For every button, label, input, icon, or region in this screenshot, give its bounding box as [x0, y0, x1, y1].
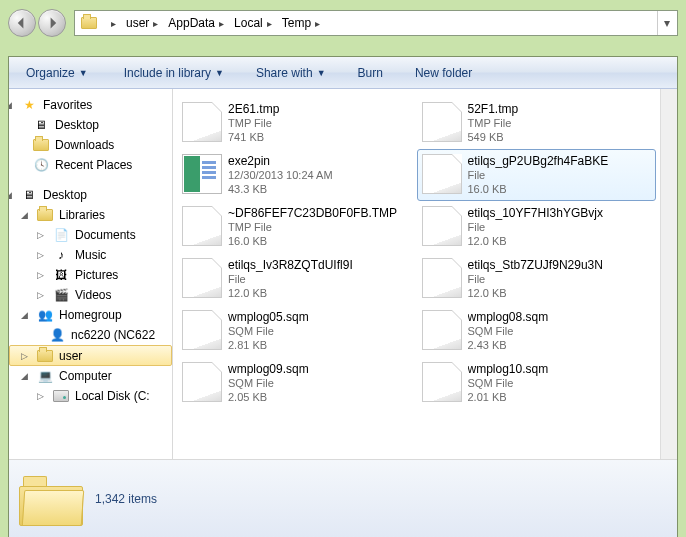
tree-pictures[interactable]: ▷🖼Pictures — [9, 265, 172, 285]
file-list[interactable]: 2E61.tmpTMP File741 KB52F1.tmpTMP File54… — [173, 89, 660, 459]
file-icon — [422, 154, 462, 194]
file-icon — [182, 258, 222, 298]
collapse-icon[interactable]: ◢ — [9, 190, 13, 200]
file-name: etilqs_gP2UBg2fh4FaBKE — [468, 154, 609, 168]
expand-icon[interactable]: ▷ — [35, 391, 45, 401]
recent-icon: 🕓 — [33, 157, 49, 173]
command-bar: Organize▼ Include in library▼ Share with… — [9, 57, 677, 89]
file-size: 16.0 KB — [468, 182, 609, 196]
videos-icon: 🎬 — [53, 287, 69, 303]
file-item[interactable]: 52F1.tmpTMP File549 KB — [417, 97, 657, 149]
file-size: 12.0 KB — [468, 286, 603, 300]
file-icon — [182, 362, 222, 402]
breadcrumb-appdata[interactable]: AppData▸ — [162, 11, 228, 35]
tree-computer[interactable]: ◢💻Computer — [9, 366, 172, 386]
file-name: wmplog05.sqm — [228, 310, 309, 324]
file-type: SQM File — [468, 376, 549, 390]
file-type: File — [468, 272, 603, 286]
breadcrumb-user[interactable]: user▸ — [120, 11, 162, 35]
file-name: wmplog10.sqm — [468, 362, 549, 376]
new-folder-button[interactable]: New folder — [406, 61, 481, 85]
tree-local-disk[interactable]: ▷Local Disk (C: — [9, 386, 172, 406]
burn-button[interactable]: Burn — [349, 61, 392, 85]
explorer-body: ◢ ★ Favorites 🖥Desktop Downloads 🕓Recent… — [9, 89, 677, 459]
folder-icon — [19, 472, 83, 526]
file-size: 43.3 KB — [228, 182, 333, 196]
file-type: TMP File — [228, 116, 279, 130]
nav-buttons — [8, 9, 66, 37]
file-name: 2E61.tmp — [228, 102, 279, 116]
drive-icon — [53, 388, 69, 404]
expand-icon[interactable]: ▷ — [35, 230, 45, 240]
file-item[interactable]: exe2pin12/30/2013 10:24 AM43.3 KB — [177, 149, 417, 201]
collapse-icon[interactable]: ◢ — [19, 371, 29, 381]
item-count: 1,342 items — [95, 492, 157, 506]
file-item[interactable]: wmplog05.sqmSQM File2.81 KB — [177, 305, 417, 357]
file-item[interactable]: wmplog09.sqmSQM File2.05 KB — [177, 357, 417, 409]
file-name: etilqs_Stb7ZUJf9N29u3N — [468, 258, 603, 272]
file-size: 16.0 KB — [228, 234, 397, 248]
tree-documents[interactable]: ▷📄Documents — [9, 225, 172, 245]
file-size: 2.05 KB — [228, 390, 309, 404]
forward-button[interactable] — [38, 9, 66, 37]
file-item[interactable]: wmplog10.sqmSQM File2.01 KB — [417, 357, 657, 409]
file-size: 549 KB — [468, 130, 519, 144]
expand-icon[interactable]: ▷ — [19, 351, 29, 361]
expand-icon[interactable]: ▷ — [35, 270, 45, 280]
file-type: SQM File — [468, 324, 549, 338]
tree-favorites[interactable]: ◢ ★ Favorites — [9, 95, 172, 115]
breadcrumb-local[interactable]: Local▸ — [228, 11, 276, 35]
expand-icon[interactable]: ▷ — [35, 250, 45, 260]
tree-desktop[interactable]: ◢ 🖥 Desktop — [9, 185, 172, 205]
file-icon — [182, 102, 222, 142]
file-item[interactable]: etilqs_10YF7HI3hYGBvjxFile12.0 KB — [417, 201, 657, 253]
file-item[interactable]: wmplog08.sqmSQM File2.43 KB — [417, 305, 657, 357]
homegroup-icon: 👥 — [37, 307, 53, 323]
navigation-bar: ▸ user▸ AppData▸ Local▸ Temp▸ ▾ — [0, 0, 686, 46]
tree-label: Desktop — [43, 188, 87, 202]
tree-user[interactable]: ▷user — [9, 345, 172, 366]
tree-fav-desktop[interactable]: 🖥Desktop — [9, 115, 172, 135]
collapse-icon[interactable]: ◢ — [9, 100, 13, 110]
file-type: File — [468, 220, 603, 234]
share-with-button[interactable]: Share with▼ — [247, 61, 335, 85]
tree-music[interactable]: ▷♪Music — [9, 245, 172, 265]
breadcrumb-temp[interactable]: Temp▸ — [276, 11, 324, 35]
file-icon — [182, 310, 222, 350]
collapse-icon[interactable]: ◢ — [19, 310, 29, 320]
tree-homegroup[interactable]: ◢👥Homegroup — [9, 305, 172, 325]
desktop-icon: 🖥 — [33, 117, 49, 133]
tree-fav-recent[interactable]: 🕓Recent Places — [9, 155, 172, 175]
file-item[interactable]: etilqs_Iv3R8ZQTdUIfl9IFile12.0 KB — [177, 253, 417, 305]
address-bar[interactable]: ▸ user▸ AppData▸ Local▸ Temp▸ ▾ — [74, 10, 678, 36]
file-item[interactable]: etilqs_Stb7ZUJf9N29u3NFile12.0 KB — [417, 253, 657, 305]
breadcrumb-sep[interactable]: ▸ — [101, 11, 120, 35]
file-icon — [182, 206, 222, 246]
file-size: 12.0 KB — [468, 234, 603, 248]
collapse-icon[interactable]: ◢ — [19, 210, 29, 220]
expand-icon[interactable]: ▷ — [35, 290, 45, 300]
back-button[interactable] — [8, 9, 36, 37]
address-dropdown[interactable]: ▾ — [657, 11, 675, 35]
user-icon: 👤 — [49, 327, 65, 343]
file-name: 52F1.tmp — [468, 102, 519, 116]
file-type: TMP File — [468, 116, 519, 130]
tree-fav-downloads[interactable]: Downloads — [9, 135, 172, 155]
tree-homegroup-user[interactable]: 👤nc6220 (NC622 — [9, 325, 172, 345]
details-pane: 1,342 items — [9, 459, 677, 537]
tree-videos[interactable]: ▷🎬Videos — [9, 285, 172, 305]
navigation-tree: ◢ ★ Favorites 🖥Desktop Downloads 🕓Recent… — [9, 89, 173, 459]
file-item[interactable]: etilqs_gP2UBg2fh4FaBKEFile16.0 KB — [417, 149, 657, 201]
file-size: 12.0 KB — [228, 286, 353, 300]
file-item[interactable]: ~DF86FEF7C23DB0F0FB.TMPTMP File16.0 KB — [177, 201, 417, 253]
file-icon — [422, 310, 462, 350]
include-library-button[interactable]: Include in library▼ — [115, 61, 233, 85]
organize-button[interactable]: Organize▼ — [17, 61, 97, 85]
tree-libraries[interactable]: ◢Libraries — [9, 205, 172, 225]
file-name: etilqs_10YF7HI3hYGBvjx — [468, 206, 603, 220]
file-item[interactable]: 2E61.tmpTMP File741 KB — [177, 97, 417, 149]
file-type: SQM File — [228, 376, 309, 390]
file-type: TMP File — [228, 220, 397, 234]
file-date: 12/30/2013 10:24 AM — [228, 168, 333, 182]
scrollbar[interactable] — [660, 89, 677, 459]
